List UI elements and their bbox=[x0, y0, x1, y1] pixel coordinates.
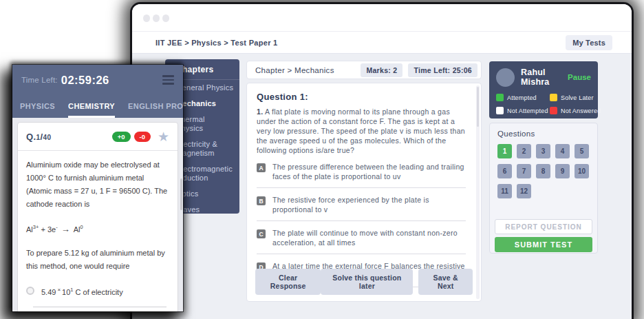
question-card: Question 1: 1. A flat plate is moving no… bbox=[246, 83, 482, 302]
question-text: 1. A flat plate is moving normal to its … bbox=[257, 107, 466, 155]
status-legend: Attempted Solve Later Not Attempted Not … bbox=[496, 94, 591, 114]
phone-option-2[interactable]: 5.49×104 C of electricity bbox=[26, 307, 169, 311]
option-a-letter: A bbox=[257, 163, 266, 172]
avatar bbox=[496, 68, 515, 87]
window-dot-icon[interactable] bbox=[143, 14, 150, 22]
phone-body: Q.1/40 +0 -0 ★ Aluminium oxide may be el… bbox=[12, 118, 183, 311]
legend-label: Not Attempted bbox=[507, 107, 548, 114]
hamburger-menu-icon[interactable] bbox=[162, 75, 174, 85]
legend-label: Attempted bbox=[507, 94, 537, 101]
question-cell-12[interactable]: 12 bbox=[517, 184, 531, 198]
question-body-text: A flat plate is moving normal to its pla… bbox=[257, 107, 465, 154]
phone-question-card: Q.1/40 +0 -0 ★ Aluminium oxide may be el… bbox=[17, 122, 178, 311]
tab-english-proficiency[interactable]: ENGLISH PROFICIENCY bbox=[128, 95, 183, 118]
browser-chrome-bar bbox=[132, 4, 632, 32]
phone-question-paragraph-1: Aluminium oxide may be electrolysed at 1… bbox=[26, 158, 169, 211]
my-tests-button[interactable]: My Tests bbox=[566, 35, 612, 50]
option-c-letter: C bbox=[257, 229, 266, 238]
phone-window: Time Left: 02:59:26 PHYSICS CHEMISTRY EN… bbox=[12, 65, 183, 311]
question-cell-10[interactable]: 10 bbox=[575, 164, 589, 178]
user-name: Rahul Mishra bbox=[521, 68, 568, 87]
user-card: Rahul Mishra Pause Attempted Solve Later… bbox=[489, 61, 598, 119]
window-dot-icon[interactable] bbox=[162, 14, 169, 22]
divider bbox=[257, 187, 466, 188]
window-dot-icon[interactable] bbox=[153, 14, 160, 22]
legend-attempted: Attempted bbox=[496, 94, 547, 101]
question-scrollbar[interactable] bbox=[476, 85, 480, 299]
solve-later-swatch-icon bbox=[550, 94, 557, 101]
window-controls bbox=[143, 14, 169, 22]
not-answered-swatch-icon bbox=[550, 107, 557, 114]
divider bbox=[257, 220, 466, 221]
question-cell-6[interactable]: 6 bbox=[497, 164, 512, 178]
divider bbox=[257, 254, 466, 254]
questions-panel: Questions 1 2 3 4 5 6 7 8 9 10 11 12 REP… bbox=[489, 123, 598, 254]
question-cell-4[interactable]: 4 bbox=[555, 144, 570, 158]
subject-tabs: PHYSICS CHEMISTRY ENGLISH PROFICIENCY bbox=[12, 95, 183, 118]
chapter-breadcrumb: Chapter > Mechanics bbox=[255, 66, 334, 74]
phone-question-body: Aluminium oxide may be electrolysed at 1… bbox=[18, 151, 178, 311]
question-cell-3[interactable]: 3 bbox=[536, 144, 550, 158]
question-actions: Clear Response Solve this question later… bbox=[255, 269, 473, 295]
bookmark-star-icon[interactable]: ★ bbox=[158, 130, 169, 143]
legend-not-attempted: Not Attempted bbox=[496, 107, 547, 114]
question-counter: Q.1/40 bbox=[26, 132, 51, 142]
phone-option-1[interactable]: 5.49×101 C of electricity bbox=[26, 273, 169, 307]
pause-button[interactable]: Pause bbox=[568, 73, 591, 81]
phone-option-1-label: 5.49×101 C of electricity bbox=[41, 283, 123, 299]
option-b-text: The resistive force experienced by the p… bbox=[272, 196, 466, 214]
legend-solve-later: Solve Later bbox=[550, 94, 601, 101]
reaction-arrow: → bbox=[58, 224, 74, 234]
submit-test-button[interactable]: SUBMIT TEST bbox=[495, 237, 592, 252]
question-cell-7[interactable]: 7 bbox=[517, 164, 531, 178]
tab-physics[interactable]: PHYSICS bbox=[20, 95, 55, 118]
cathode-reaction-formula: Al3+ + 3e-→Al0 bbox=[26, 220, 169, 236]
option-c[interactable]: C The plate will continue to move with c… bbox=[257, 229, 466, 247]
legend-not-answered: Not Answered bbox=[550, 107, 601, 114]
option-c-text: The plate will continue to move with con… bbox=[272, 229, 466, 247]
breadcrumb[interactable]: IIT JEE > Physics > Test Paper 1 bbox=[155, 39, 278, 47]
question-cell-11[interactable]: 11 bbox=[497, 184, 512, 198]
top-nav-bar: IIT JEE > Physics > Test Paper 1 My Test… bbox=[132, 32, 632, 54]
radio-icon[interactable] bbox=[26, 287, 34, 295]
legend-label: Not Answered bbox=[561, 107, 601, 114]
scrollbar-thumb[interactable] bbox=[477, 87, 479, 127]
phone-question-paragraph-2: To prepare 5.12 kg of aluminium metal by… bbox=[26, 247, 169, 273]
option-b-letter: B bbox=[257, 196, 266, 205]
desktop-content: Chapters General Physics Mechanics Therm… bbox=[132, 54, 632, 319]
option-a-text: The pressure difference between the lead… bbox=[272, 163, 466, 181]
report-question-button[interactable]: REPORT QUESTION bbox=[495, 219, 592, 234]
question-title: Question 1: bbox=[257, 92, 466, 102]
screenshot-stage: IIT JEE > Physics > Test Paper 1 My Test… bbox=[0, 0, 644, 319]
desktop-window: IIT JEE > Physics > Test Paper 1 My Test… bbox=[132, 4, 632, 319]
option-a[interactable]: A The pressure difference between the le… bbox=[257, 163, 466, 181]
marks-badge: Marks: 2 bbox=[361, 63, 402, 77]
question-cell-1[interactable]: 1 bbox=[497, 144, 512, 158]
tab-chemistry[interactable]: CHEMISTRY bbox=[68, 95, 115, 118]
clear-response-button[interactable]: Clear Response bbox=[255, 269, 321, 295]
question-cell-9[interactable]: 9 bbox=[555, 164, 570, 178]
question-cell-5[interactable]: 5 bbox=[575, 144, 589, 158]
legend-label: Solve Later bbox=[561, 94, 594, 101]
phone-scrollbar-thumb[interactable] bbox=[180, 178, 182, 210]
time-left-badge: Time Left: 25:06 bbox=[408, 63, 477, 77]
question-header-bar: Chapter > Mechanics Marks: 2 Time Left: … bbox=[246, 61, 482, 79]
question-cell-8[interactable]: 8 bbox=[536, 164, 550, 178]
question-cell-2[interactable]: 2 bbox=[517, 144, 531, 158]
option-b[interactable]: B The resistive force experienced by the… bbox=[257, 196, 466, 214]
solve-later-button[interactable]: Solve this question later bbox=[321, 269, 413, 295]
question-number-prefix: 1. bbox=[257, 107, 263, 116]
user-row: Rahul Mishra Pause bbox=[496, 68, 591, 87]
attempted-swatch-icon bbox=[496, 94, 504, 101]
time-left-value: 02:59:26 bbox=[61, 74, 109, 87]
save-next-button[interactable]: Save & Next bbox=[418, 269, 473, 295]
negative-marks-pill: -0 bbox=[134, 132, 151, 142]
phone-question-card-header: Q.1/40 +0 -0 ★ bbox=[18, 123, 178, 151]
time-left-label: Time Left: bbox=[21, 76, 58, 84]
questions-grid: 1 2 3 4 5 6 7 8 9 10 11 12 bbox=[497, 144, 590, 198]
positive-marks-pill: +0 bbox=[112, 132, 131, 142]
questions-title: Questions bbox=[497, 130, 590, 138]
phone-header: Time Left: 02:59:26 bbox=[12, 65, 183, 95]
not-attempted-swatch-icon bbox=[496, 107, 504, 114]
